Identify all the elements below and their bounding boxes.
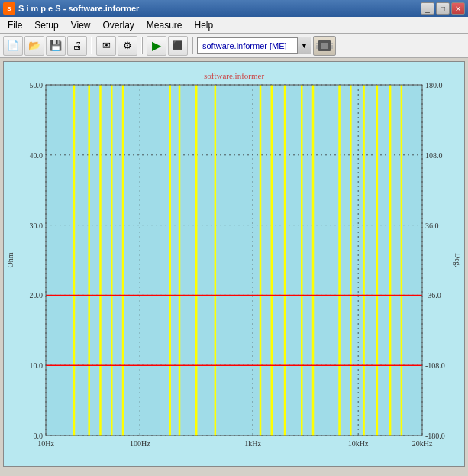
toolbar-separator-3 bbox=[192, 37, 193, 54]
menu-bar: File Setup View Overlay Measure Help bbox=[0, 17, 468, 34]
chart-canvas bbox=[4, 62, 464, 466]
save-button[interactable]: 💾 bbox=[46, 36, 66, 56]
svg-rect-1 bbox=[321, 43, 328, 49]
menu-file[interactable]: File bbox=[2, 18, 28, 32]
app-icon: S bbox=[3, 2, 15, 15]
menu-measure[interactable]: Measure bbox=[140, 18, 189, 32]
maximize-button[interactable]: □ bbox=[436, 2, 450, 15]
mail-button[interactable]: ✉ bbox=[96, 36, 116, 56]
window-title: S i m p e S - software.informer bbox=[18, 4, 139, 13]
title-bar-left: S S i m p e S - software.informer bbox=[3, 2, 139, 15]
settings-button[interactable]: ⚙ bbox=[118, 36, 137, 56]
new-button[interactable]: 📄 bbox=[3, 36, 23, 56]
toolbar-separator-2 bbox=[141, 37, 143, 54]
title-bar-buttons[interactable]: _ □ ✕ bbox=[421, 2, 465, 15]
menu-setup[interactable]: Setup bbox=[28, 18, 64, 32]
stop-button[interactable]: ⬛ bbox=[168, 36, 188, 56]
menu-view[interactable]: View bbox=[65, 18, 97, 32]
minimize-button[interactable]: _ bbox=[421, 2, 434, 15]
chart-wrapper bbox=[0, 58, 468, 470]
close-button[interactable]: ✕ bbox=[451, 2, 465, 15]
menu-help[interactable]: Help bbox=[189, 18, 220, 32]
menu-overlay[interactable]: Overlay bbox=[97, 18, 140, 32]
chip-button[interactable] bbox=[313, 36, 336, 56]
channel-dropdown-text: software.informer [ME] bbox=[198, 41, 297, 50]
open-button[interactable]: 📂 bbox=[24, 36, 44, 56]
toolbar: 📄 📂 💾 🖨 ✉ ⚙ ▶ ⬛ software.informer [ME] ▼ bbox=[0, 34, 468, 58]
channel-dropdown-arrow[interactable]: ▼ bbox=[297, 37, 311, 54]
print-button[interactable]: 🖨 bbox=[67, 36, 87, 56]
chart-container bbox=[3, 61, 465, 467]
toolbar-separator-1 bbox=[91, 37, 92, 54]
play-button[interactable]: ▶ bbox=[147, 36, 166, 56]
title-bar: S S i m p e S - software.informer _ □ ✕ bbox=[0, 0, 468, 17]
channel-dropdown[interactable]: software.informer [ME] ▼ bbox=[197, 37, 311, 54]
